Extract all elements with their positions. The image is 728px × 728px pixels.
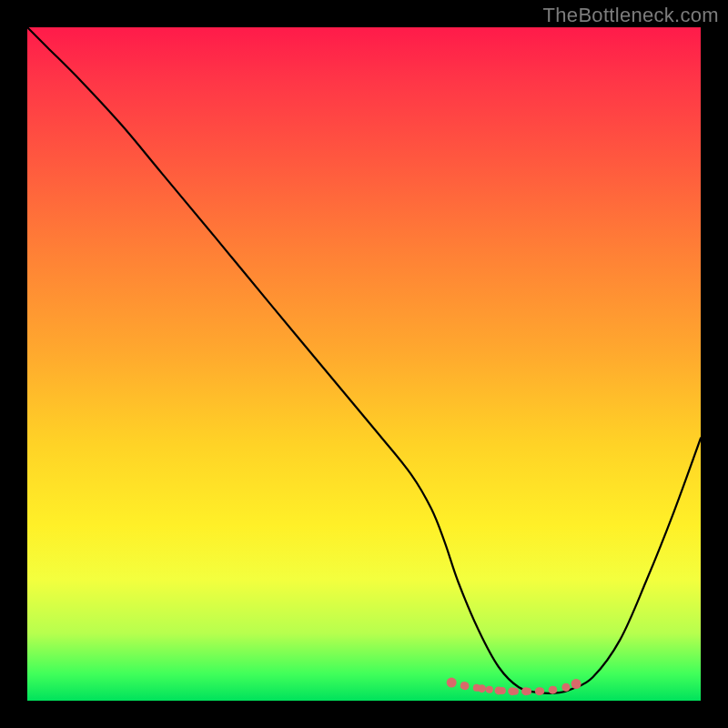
curve-svg [27,27,701,701]
minimum-point-dot [508,687,516,695]
minimum-point-dot [447,678,457,688]
minimum-point-dot [461,682,470,690]
outer-frame: TheBottleneck.com [0,0,728,728]
minimum-point-dot [562,683,571,692]
plot-area [27,27,701,701]
minimum-point-dot [495,686,503,694]
minimum-point-dot [521,687,530,695]
minimum-point-dot [571,679,581,689]
minimum-point-dot [549,686,557,694]
minimum-point-dot [535,687,543,695]
watermark-text: TheBottleneck.com [543,4,719,27]
minimum-point-dot [478,684,486,693]
bottleneck-curve-path [27,27,701,693]
